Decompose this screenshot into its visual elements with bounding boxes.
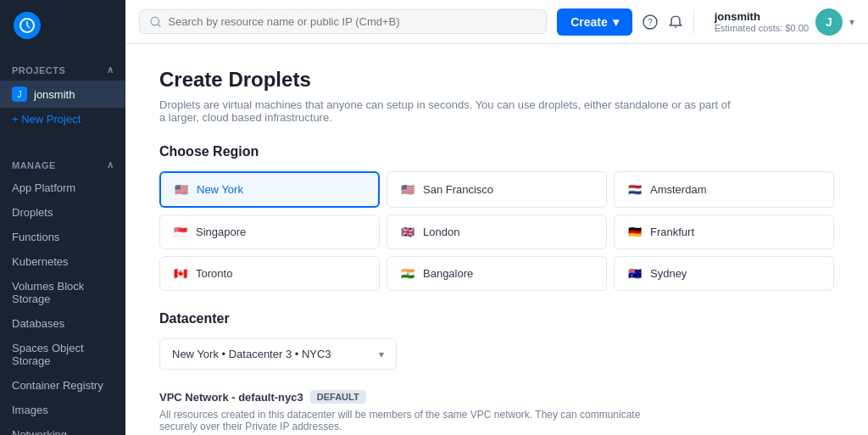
user-name: jonsmith [715,10,809,23]
flag-amsterdam: 🇳🇱 [628,183,642,196]
search-bar[interactable] [139,9,547,34]
region-card-frankfurt[interactable]: 🇩🇪 Frankfurt [614,215,834,249]
page-description: Droplets are virtual machines that anyon… [159,98,736,124]
sidebar: PROJECTS ∧ J jonsmith + New Project MANA… [0,0,125,435]
flag-sydney: 🇦🇺 [628,267,642,280]
vpc-name: VPC Network - default-nyc3 [159,391,303,404]
datacenter-select[interactable]: New York • Datacenter 3 • NYC3 ▾ [159,338,397,370]
sidebar-item-droplets[interactable]: Droplets [0,200,125,225]
sidebar-item-container-registry[interactable]: Container Registry [0,373,125,398]
region-label-bangalore: Bangalore [423,267,473,280]
region-section-title: Choose Region [159,144,834,159]
vpc-info: VPC Network - default-nyc3 DEFAULT [159,390,834,404]
region-label-singapore: Singapore [196,226,246,238]
main-area: Create ▾ ? jonsmith Estimated costs: $0.… [125,0,868,435]
datacenter-chevron-icon: ▾ [379,349,384,360]
user-info: jonsmith Estimated costs: $0.00 J ▾ [704,8,854,36]
flag-frankfurt: 🇩🇪 [628,226,642,238]
sidebar-item-databases[interactable]: Databases [0,311,125,336]
notifications-icon[interactable] [668,14,683,30]
region-card-san-francisco[interactable]: 🇺🇸 San Francisco [387,171,607,208]
header: Create ▾ ? jonsmith Estimated costs: $0.… [125,0,868,44]
sidebar-item-volumes[interactable]: Volumes Block Storage [0,274,125,311]
manage-header: MANAGE ∧ [0,154,125,176]
region-label-london: London [423,226,459,238]
region-label-sydney: Sydney [650,267,687,280]
projects-section: PROJECTS ∧ J jonsmith + New Project [0,51,125,139]
user-details: jonsmith Estimated costs: $0.00 [715,10,809,33]
datacenter-title: Datacenter [159,311,834,326]
new-project-button[interactable]: + New Project [0,108,125,131]
logo [0,0,125,51]
region-card-toronto[interactable]: 🇨🇦 Toronto [159,256,380,291]
svg-text:?: ? [648,18,653,27]
region-card-sydney[interactable]: 🇦🇺 Sydney [614,256,834,291]
manage-section: MANAGE ∧ App Platform Droplets Functions… [0,146,125,435]
help-icon[interactable]: ? [643,14,658,30]
flag-toronto: 🇨🇦 [174,267,187,280]
vpc-description: All resources created in this datacenter… [159,409,668,432]
sidebar-item-images[interactable]: Images [0,398,125,422]
choose-region-section: Choose Region 🇺🇸 New York 🇺🇸 San Francis… [159,144,834,291]
flag-london: 🇬🇧 [401,226,415,238]
flag-san-francisco: 🇺🇸 [401,183,415,196]
region-label-new-york: New York [197,183,243,196]
content-area: Create Droplets Droplets are virtual mac… [125,44,868,435]
region-label-san-francisco: San Francisco [423,183,493,196]
logo-icon [14,12,41,39]
flag-new-york: 🇺🇸 [175,183,188,196]
region-card-new-york[interactable]: 🇺🇸 New York [159,171,380,208]
sidebar-item-functions[interactable]: Functions [0,225,125,249]
sidebar-item-app-platform[interactable]: App Platform [0,176,125,200]
flag-bangalore: 🇮🇳 [401,267,415,280]
search-icon [150,16,161,28]
sidebar-item-kubernetes[interactable]: Kubernetes [0,249,125,274]
region-label-frankfurt: Frankfurt [650,226,694,238]
sidebar-item-spaces[interactable]: Spaces Object Storage [0,336,125,373]
search-input[interactable] [168,15,536,28]
datacenter-section: Datacenter New York • Datacenter 3 • NYC… [159,311,834,370]
datacenter-value: New York • Datacenter 3 • NYC3 [172,348,331,360]
create-button[interactable]: Create ▾ [557,8,632,36]
header-divider [693,10,694,34]
svg-point-1 [151,17,159,25]
region-card-singapore[interactable]: 🇸🇬 Singapore [159,215,380,249]
project-icon: J [12,86,27,102]
region-card-bangalore[interactable]: 🇮🇳 Bangalore [387,256,607,291]
region-grid: 🇺🇸 New York 🇺🇸 San Francisco 🇳🇱 Amsterda… [159,171,834,291]
avatar[interactable]: J [815,8,843,36]
active-project[interactable]: J jonsmith [0,81,125,108]
region-label-amsterdam: Amsterdam [650,183,706,196]
vpc-badge: DEFAULT [310,390,366,404]
region-card-london[interactable]: 🇬🇧 London [387,215,607,249]
user-chevron-icon: ▾ [849,16,854,28]
sidebar-item-networking[interactable]: Networking [0,422,125,435]
vpc-section: VPC Network - default-nyc3 DEFAULT All r… [159,390,834,432]
projects-header: PROJECTS ∧ [0,59,125,81]
page-title: Create Droplets [159,68,834,92]
svg-line-2 [159,24,161,26]
flag-singapore: 🇸🇬 [174,226,187,238]
region-card-amsterdam[interactable]: 🇳🇱 Amsterdam [614,171,834,208]
estimated-costs: Estimated costs: $0.00 [715,23,809,33]
region-label-toronto: Toronto [196,267,232,280]
header-icons: ? [643,14,683,30]
